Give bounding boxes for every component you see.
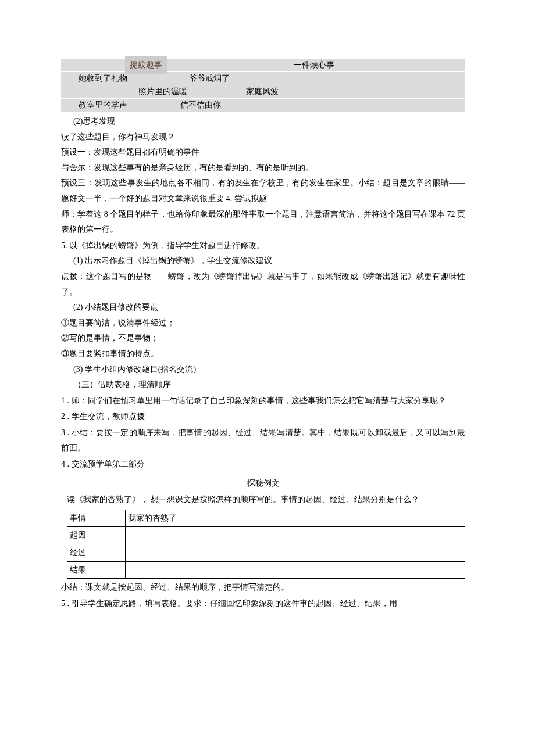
num-3: 3 . 小结：要按一定的顺序来写，把事情的起因、经过、结果写清楚。其中，结果既可…: [61, 425, 465, 456]
table-row: 事情 我家的杏熟了: [67, 510, 465, 527]
title-believe: 信不信由你: [176, 96, 226, 115]
cell-process: 经过: [67, 544, 126, 562]
cell-cause-val: [126, 527, 465, 544]
num-2: 2 . 学生交流，教师点拨: [61, 409, 465, 425]
summary-line: 小结：课文就是按起因、经过、结果的顺序，把事情写清楚的。: [61, 580, 465, 596]
cell-title: 我家的杏熟了: [126, 510, 465, 527]
cell-process-val: [126, 544, 465, 562]
sub-3: (3) 学生小组内修改题目(指名交流): [61, 362, 465, 378]
explore-title: 探秘例文: [61, 476, 465, 492]
cell-cause: 起因: [67, 527, 126, 544]
item-5: 5. 以《掉出锅的螃蟹》为例，指导学生对题目进行修改。: [61, 238, 465, 254]
cell-thing: 事情: [67, 510, 126, 527]
table-row: 经过: [67, 544, 465, 562]
circle-1: ①题目要简洁，说清事件经过；: [61, 316, 465, 331]
subheading-2: (2)思考发现: [61, 114, 465, 130]
line-preset3: 预设三：发现这些事发生的地点各不相同，有的发生在学校里，有的发生在家里。小结：题…: [61, 175, 465, 206]
title-family: 家庭风波: [241, 83, 283, 102]
dianbo: 点拨：这个题目写的是物——螃蟹，改为《螃蟹掉出锅》就是写事了，如果能改成《螃蟹出…: [61, 269, 465, 300]
cell-result-val: [126, 561, 465, 579]
table-row: 结果: [67, 561, 465, 579]
cell-result: 结果: [67, 561, 126, 579]
line-question: 读了这些题目，你有神马发现？: [61, 130, 465, 145]
title-gift: 她收到了礼物: [74, 69, 132, 88]
num-5: 5 . 引导学生确定思路，填写表格。要求：仔细回忆印象深刻的这件事的起因、经过、…: [61, 596, 465, 612]
line-teacher: 师：学着这 8 个题目的样子，也给你印象最深的那件事取一个题目，注意语言简洁，并…: [61, 207, 465, 238]
circle-2: ②写的是事情，不是事物；: [61, 331, 465, 346]
explore-text: 读《我家的杏熟了》， 想一想课文是按照怎样的顺序写的。事情的起因、经过、结果分别…: [67, 492, 465, 508]
title-annoying: 一件烦心事: [289, 56, 339, 75]
circle-3: ③题目要紧扣事情的特点。: [61, 346, 465, 362]
title-applause: 教室里的掌声: [74, 96, 132, 115]
num-4: 4 . 交流预学单第二部分: [61, 457, 465, 472]
reading-section: 读《我家的杏熟了》， 想一想课文是按照怎样的顺序写的。事情的起因、经过、结果分别…: [61, 492, 465, 579]
sub-1: (1) 出示习作题目《掉出锅的螃蟹》，学生交流修改建议: [61, 253, 465, 269]
sub-2: (2) 小结题目修改的要点: [61, 300, 465, 316]
num-1: 1 . 师：同学们在预习单里用一句话记录了自己印象深刻的事情，这些事我们怎么把它…: [61, 393, 465, 409]
sub-three: （三）借助表格，理清顺序: [61, 377, 465, 393]
content-body: (2)思考发现 读了这些题目，你有神马发现？ 预设一：发现这些题目都有明确的事件…: [61, 114, 465, 611]
outline-table: 事情 我家的杏熟了 起因 经过 结果: [67, 510, 465, 579]
line-preset1: 预设一：发现这些题目都有明确的事件: [61, 145, 465, 160]
table-row: 起因: [67, 527, 465, 544]
line-yusheer: 与舍尔：发现这些事有的是亲身经历，有的是看到的、有的是听到的。: [61, 160, 465, 176]
